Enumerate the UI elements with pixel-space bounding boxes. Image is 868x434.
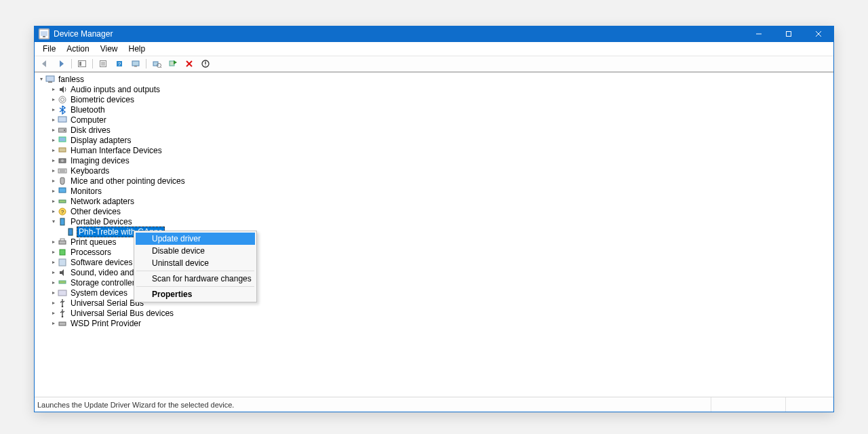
- context-scan-hardware[interactable]: Scan for hardware changes: [136, 273, 255, 285]
- tree-label: Imaging devices: [70, 156, 130, 165]
- expander-icon[interactable]: ▸: [50, 198, 58, 204]
- expander-icon[interactable]: ▸: [50, 208, 58, 214]
- expander-icon[interactable]: ▸: [50, 239, 58, 245]
- tree-label: Network adapters: [70, 197, 135, 206]
- computer-category-icon: [58, 115, 67, 125]
- app-icon: [39, 28, 50, 39]
- tree-pane: ▾ fanless ▸Audio inputs and outputs ▸Bio…: [35, 72, 833, 397]
- properties-button[interactable]: [96, 57, 111, 71]
- expander-icon[interactable]: ▸: [50, 106, 58, 113]
- tree-category[interactable]: ▸Mice and other pointing devices: [37, 176, 831, 186]
- tree-category[interactable]: ▸Monitors: [37, 186, 831, 196]
- tree-root[interactable]: ▾ fanless: [37, 74, 831, 84]
- svg-text:?: ?: [61, 209, 64, 215]
- back-button[interactable]: [37, 57, 52, 71]
- cpu-icon: [58, 248, 67, 257]
- expander-icon[interactable]: ▸: [50, 249, 58, 255]
- svg-rect-24: [46, 76, 54, 81]
- status-bar: Launches the Update Driver Wizard for th…: [35, 397, 833, 412]
- show-hide-tree-button[interactable]: [75, 57, 90, 71]
- expander-icon[interactable]: ▸: [50, 320, 58, 326]
- expander-icon[interactable]: ▾: [37, 76, 45, 82]
- svg-rect-31: [59, 137, 66, 142]
- tree-category[interactable]: ▸Keyboards: [37, 165, 831, 176]
- expander-icon[interactable]: ▾: [50, 218, 58, 224]
- device-tree[interactable]: ▾ fanless ▸Audio inputs and outputs ▸Bio…: [35, 73, 833, 330]
- context-update-driver[interactable]: Update driver: [136, 233, 255, 245]
- menu-file[interactable]: File: [37, 43, 61, 54]
- scan-hardware-button[interactable]: [128, 57, 143, 71]
- tree-category-portable[interactable]: ▾Portable Devices: [37, 216, 831, 226]
- expander-icon[interactable]: ▸: [50, 96, 58, 102]
- svg-rect-8: [79, 62, 81, 66]
- expander-icon[interactable]: ▸: [50, 167, 58, 174]
- tree-category[interactable]: ▸Universal Serial Bus devices: [37, 308, 831, 318]
- svg-line-19: [161, 67, 162, 68]
- context-disable-device[interactable]: Disable device: [136, 245, 255, 257]
- tree-category[interactable]: ▸Disk drives: [37, 125, 831, 135]
- monitor-icon: [58, 186, 67, 196]
- tree-category[interactable]: ▸Imaging devices: [37, 155, 831, 165]
- keyboard-icon: [58, 166, 67, 176]
- expander-icon[interactable]: ▸: [50, 147, 58, 153]
- expander-icon[interactable]: ▸: [50, 137, 58, 143]
- tree-label: Human Interface Devices: [70, 146, 163, 155]
- tree-label: Bluetooth: [70, 105, 106, 115]
- menu-view[interactable]: View: [95, 43, 123, 54]
- tree-category[interactable]: ▸?Other devices: [37, 206, 831, 216]
- expander-icon[interactable]: ▸: [50, 127, 58, 133]
- disable-device-button[interactable]: [182, 57, 197, 71]
- tree-category[interactable]: ▸Display adapters: [37, 135, 831, 145]
- minimize-button[interactable]: [744, 26, 774, 42]
- tree-category[interactable]: ▸Computer: [37, 115, 831, 125]
- cm-label: Properties: [152, 290, 192, 299]
- expander-icon[interactable]: ▸: [50, 117, 58, 123]
- close-button[interactable]: [804, 26, 833, 42]
- tree-category[interactable]: ▸Audio inputs and outputs: [37, 84, 831, 94]
- tree-category[interactable]: ▸Bluetooth: [37, 104, 831, 115]
- software-icon: [58, 258, 67, 267]
- device-manager-window: Device Manager File Action View Help: [34, 26, 834, 412]
- maximize-button[interactable]: [774, 26, 804, 42]
- cm-label: Disable device: [152, 246, 205, 256]
- tree-category[interactable]: ▸WSD Print Provider: [37, 318, 831, 328]
- menu-action[interactable]: Action: [61, 43, 94, 54]
- expander-icon[interactable]: ▸: [50, 310, 58, 316]
- enable-device-button[interactable]: [165, 57, 180, 71]
- svg-rect-32: [59, 148, 66, 152]
- mouse-icon: [58, 176, 67, 186]
- context-uninstall-device[interactable]: Uninstall device: [136, 257, 255, 269]
- disk-icon: [58, 125, 67, 135]
- svg-rect-43: [68, 229, 73, 235]
- expander-icon[interactable]: ▸: [50, 178, 58, 184]
- expander-icon[interactable]: ▸: [50, 259, 58, 265]
- svg-rect-15: [132, 61, 139, 66]
- uninstall-device-button[interactable]: [198, 57, 213, 71]
- expander-icon[interactable]: ▸: [50, 157, 58, 163]
- tree-label: Keyboards: [70, 166, 110, 176]
- expander-icon[interactable]: ▸: [50, 290, 58, 296]
- expander-icon[interactable]: ▸: [50, 300, 58, 306]
- help-button[interactable]: ?: [112, 57, 127, 71]
- tree-category[interactable]: ▸Network adapters: [37, 196, 831, 206]
- tree-category[interactable]: ▸Human Interface Devices: [37, 145, 831, 155]
- expander-icon[interactable]: ▸: [50, 188, 58, 194]
- expander-icon[interactable]: ▸: [50, 86, 58, 92]
- expander-icon[interactable]: ▸: [50, 269, 58, 275]
- tree-label: Storage controllers: [70, 278, 140, 288]
- tree-label: Disk drives: [70, 125, 111, 135]
- update-driver-button[interactable]: [149, 57, 164, 71]
- print-icon: [58, 237, 67, 247]
- cm-label: Uninstall device: [152, 258, 209, 268]
- tree-root-label: fanless: [58, 75, 85, 84]
- context-properties[interactable]: Properties: [136, 288, 255, 300]
- svg-rect-47: [59, 259, 66, 266]
- menu-help[interactable]: Help: [123, 43, 151, 54]
- expander-icon[interactable]: ▸: [50, 279, 58, 285]
- sound-icon: [58, 268, 67, 277]
- svg-rect-52: [59, 322, 66, 326]
- forward-button[interactable]: [54, 57, 68, 71]
- titlebar[interactable]: Device Manager: [35, 26, 833, 42]
- tree-category[interactable]: ▸Biometric devices: [37, 94, 831, 104]
- tree-label: Mice and other pointing devices: [70, 176, 186, 186]
